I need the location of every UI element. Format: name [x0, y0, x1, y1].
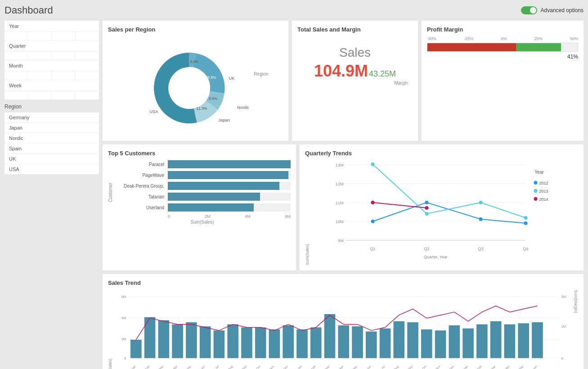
bar-track: [168, 203, 291, 212]
trend-bar: [449, 325, 460, 358]
trend-x-label: 2013-May: [346, 364, 359, 369]
trend-x-label: 2012-Mar: [153, 364, 164, 369]
region-section: Region GermanyJapanNordicSpainUKUSA: [4, 104, 99, 174]
trend-bar: [393, 321, 404, 358]
trend-x-labels: 2012-Jan2012-Feb2012-Mar2012-Apr2012-May…: [126, 364, 538, 369]
bar-fill: [168, 160, 291, 168]
region-item[interactable]: Japan: [4, 123, 99, 133]
sales-trend-wrapper: Sum(Sales) 6M 4M 2M 0 2M 1: [108, 290, 578, 369]
sales-trend-title: Sales Trend: [108, 279, 578, 286]
sales-label: Sales: [302, 45, 408, 60]
region-item[interactable]: UK: [4, 154, 99, 164]
trend-bar: [518, 323, 529, 358]
customers-y-label: Customer: [108, 183, 113, 202]
svg-point-35: [371, 201, 375, 204]
svg-text:10M: 10M: [336, 220, 344, 224]
advanced-options-toggle[interactable]: [521, 6, 537, 14]
trend-x-label: 2012-May: [180, 364, 192, 369]
page-title: Dashboard: [4, 4, 53, 16]
trend-bars: [130, 314, 543, 358]
trend-bar: [338, 325, 349, 358]
trend-x-label: 2013-Nov: [430, 364, 441, 369]
trend-x-label: 2012-Aug: [222, 364, 233, 369]
quarterly-trends-panel: Quarterly Trends Sum(Sales): [300, 144, 584, 270]
trend-x-label: 2012-Oct: [250, 364, 261, 369]
margin-label: Margin: [302, 81, 408, 86]
filter-week[interactable]: Week: [4, 80, 99, 91]
customers-x-label: Sum(Sales): [114, 220, 291, 225]
trend-bar: [130, 340, 142, 358]
filter-month[interactable]: Month: [4, 60, 99, 72]
trend-bar: [296, 329, 308, 358]
sales-trend-y2-label: Sum(Margin): [574, 290, 578, 369]
total-sales-panel: Total Sales and Margin Sales 104.9M43.25…: [292, 21, 418, 141]
trend-x-label: 2013-Oct: [416, 364, 427, 369]
svg-text:Region: Region: [254, 72, 268, 76]
svg-text:26.9%: 26.9%: [206, 75, 216, 80]
region-item[interactable]: Germany: [4, 112, 99, 123]
trend-x-label: 2013-Jul: [375, 364, 386, 369]
trend-x-label: 2014-Jan: [458, 364, 469, 369]
region-item[interactable]: Nordic: [4, 133, 99, 144]
trend-bar: [490, 321, 502, 358]
trend-x-label: 2012-Sep: [236, 364, 247, 369]
pm-scale-1: -25%: [464, 36, 473, 41]
pm-scale-0: -50%: [427, 36, 436, 41]
pm-bar-container: [427, 43, 578, 52]
region-item[interactable]: USA: [4, 164, 99, 174]
trend-x-label: 2012-Apr: [167, 364, 178, 369]
trend-x-label: 2014-Feb: [471, 364, 482, 369]
sales-center: Sales 104.9M43.25M Margin: [297, 36, 413, 94]
svg-text:Q2: Q2: [424, 247, 429, 251]
svg-text:Q3: Q3: [478, 247, 483, 251]
bar-fill: [168, 203, 254, 212]
top5-customers-panel: Top 5 Customers Customer Paracel PageWav…: [103, 144, 296, 270]
quarterly-chart-wrapper: Sum(Sales) 13M 12M: [305, 160, 578, 265]
top5-title: Top 5 Customers: [108, 150, 291, 157]
sales-per-region-panel: Sales per Region Region Spain UK Nordic …: [103, 21, 288, 141]
svg-text:2M: 2M: [561, 295, 566, 299]
svg-text:0: 0: [561, 356, 563, 360]
trend-x-label: 2013-Sep: [402, 364, 413, 369]
svg-text:2M: 2M: [121, 337, 126, 341]
bar-chart-outer: Customer Paracel PageWave Deak-Perera Gr…: [108, 160, 291, 225]
svg-text:Year: Year: [535, 170, 544, 175]
quarterly-y-label: Sum(Sales): [305, 160, 310, 265]
trend-bar: [144, 317, 156, 358]
svg-text:Nordic: Nordic: [237, 105, 249, 110]
trend-x-label: 2012-Nov: [264, 364, 275, 369]
svg-text:9M: 9M: [338, 238, 344, 243]
region-item[interactable]: Spain: [4, 144, 99, 154]
svg-text:USA: USA: [150, 109, 159, 114]
filter-year[interactable]: Year: [4, 21, 99, 32]
bar-track: [168, 160, 291, 168]
trend-bar: [435, 330, 446, 358]
x-tick-2: 4M: [245, 214, 251, 219]
trend-x-label: 2012-Jun: [195, 364, 206, 369]
bar-label: Talarian: [114, 194, 168, 199]
trend-bar: [186, 322, 197, 358]
trend-bar: [227, 324, 238, 358]
quarterly-2012-line: [373, 202, 526, 223]
svg-point-36: [425, 206, 429, 210]
trend-x-label: 2013-Jan: [292, 364, 303, 369]
bar-track: [168, 171, 291, 179]
trend-x-label: 2014-Mar: [485, 364, 496, 369]
trend-x-label: 2014-May: [512, 364, 525, 369]
svg-point-6: [168, 67, 210, 109]
svg-text:11.3%: 11.3%: [197, 106, 207, 111]
bar-chart-rows: Paracel PageWave Deak-Perera Group. Tala…: [114, 160, 291, 212]
trend-bar: [380, 328, 391, 358]
trend-bar: [421, 329, 432, 358]
bar-label: Paracel: [114, 162, 168, 167]
trend-bar: [504, 324, 516, 358]
filter-quarter[interactable]: Quarter: [4, 40, 99, 52]
svg-point-27: [371, 220, 375, 223]
trend-x-label: 2013-Mar: [319, 364, 330, 369]
quarterly-chart-svg: 13M 12M 11M 10M 9M Q1 Q2 Q3 Q4: [311, 160, 578, 264]
trend-x-label: 2014-Jun: [527, 364, 538, 369]
svg-text:Japan: Japan: [218, 118, 229, 122]
trend-bar: [476, 324, 488, 358]
profit-margin-title: Profit Margin: [427, 26, 578, 33]
svg-text:UK: UK: [229, 76, 235, 81]
